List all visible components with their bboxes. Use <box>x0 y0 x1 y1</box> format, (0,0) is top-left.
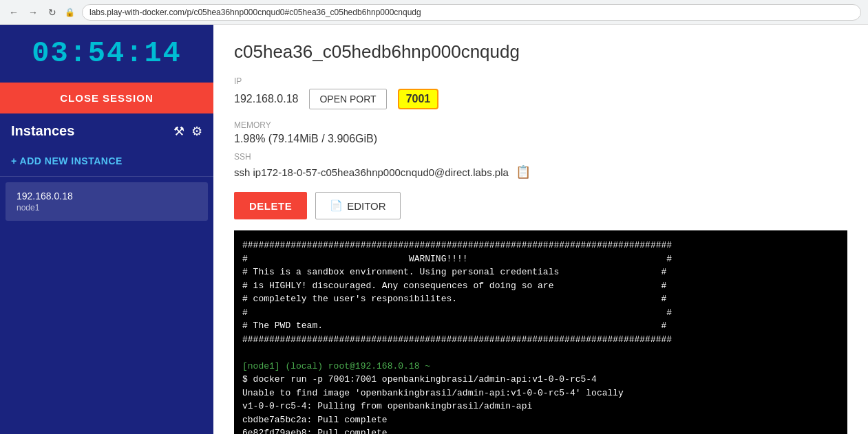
terminal-line: ########################################… <box>242 333 839 347</box>
ssh-label: SSH <box>234 152 847 162</box>
terminal-line: v1-0-0-rc5-4: Pulling from openbankingbr… <box>242 400 839 413</box>
ip-value: 192.168.0.18 <box>234 93 298 105</box>
wrench-icon-button[interactable]: ⚒ <box>173 124 184 139</box>
memory-label: Memory <box>234 120 847 130</box>
open-port-button[interactable]: OPEN PORT <box>309 89 386 109</box>
forward-button[interactable]: → <box>26 6 40 19</box>
delete-button[interactable]: DELETE <box>234 192 307 219</box>
terminal-line: Unable to find image 'openbankingbrasil/… <box>242 387 839 400</box>
ip-section: IP 192.168.0.18 OPEN PORT 7001 <box>234 76 847 109</box>
instance-name: node1 <box>17 203 197 213</box>
terminal[interactable]: ########################################… <box>234 230 847 434</box>
file-icon: 📄 <box>330 199 343 212</box>
terminal-prompt-line: [node1] (local) root@192.168.0.18 ~ <box>242 360 839 373</box>
editor-button[interactable]: 📄 EDITOR <box>315 192 400 219</box>
address-bar[interactable] <box>82 4 861 21</box>
instances-label: Instances <box>11 123 74 139</box>
terminal-line: 6e82fd79aeb8: Pull complete <box>242 426 839 434</box>
ssh-value: ssh ip172-18-0-57-c05hea36hnp000cnqud0@d… <box>234 166 509 178</box>
instances-icons: ⚒ ⚙ <box>173 124 202 139</box>
memory-section: Memory 1.98% (79.14MiB / 3.906GiB) <box>234 120 847 145</box>
lock-icon: 🔒 <box>65 8 75 17</box>
ip-row: 192.168.0.18 OPEN PORT 7001 <box>234 89 847 109</box>
main-content: c05hea36_c05hedb6hnp000cnqudg IP 192.168… <box>213 25 868 434</box>
ssh-row: ssh ip172-18-0-57-c05hea36hnp000cnqud0@d… <box>234 164 847 180</box>
browser-chrome: ← → ↻ 🔒 <box>0 0 868 25</box>
instances-header: Instances ⚒ ⚙ <box>0 113 213 149</box>
instance-item[interactable]: 192.168.0.18 node1 <box>6 182 208 221</box>
back-button[interactable]: ← <box>7 6 21 19</box>
terminal-line: $ docker run -p 7001:7001 openbankingbra… <box>242 373 839 387</box>
close-session-button[interactable]: CLOSE SESSION <box>0 83 213 113</box>
ssh-section: SSH ssh ip172-18-0-57-c05hea36hnp000cnqu… <box>234 152 847 180</box>
terminal-line: # is HIGHLY! discouraged. Any consequenc… <box>242 279 839 293</box>
port-badge[interactable]: 7001 <box>398 89 439 109</box>
terminal-line: # completely the user's responsibilites.… <box>242 292 839 306</box>
terminal-line: # WARNING!!!! # <box>242 252 839 266</box>
terminal-line: ########################################… <box>242 239 839 252</box>
editor-label: EDITOR <box>347 200 385 212</box>
ip-label: IP <box>234 76 847 86</box>
action-row: DELETE 📄 EDITOR <box>234 192 847 219</box>
terminal-line: # This is a sandbox environment. Using p… <box>242 265 839 279</box>
timer-display: 03:54:14 <box>32 37 182 70</box>
page-title: c05hea36_c05hedb6hnp000cnqudg <box>234 41 847 63</box>
timer-section: 03:54:14 <box>0 25 213 83</box>
terminal-line: cbdbe7a5bc2a: Pull complete <box>242 413 839 427</box>
sidebar: 03:54:14 CLOSE SESSION Instances ⚒ ⚙ + A… <box>0 25 213 434</box>
terminal-line <box>242 346 839 360</box>
terminal-line: # # <box>242 306 839 320</box>
gear-icon-button[interactable]: ⚙ <box>191 124 202 139</box>
main-layout: 03:54:14 CLOSE SESSION Instances ⚒ ⚙ + A… <box>0 25 868 434</box>
terminal-line: # The PWD team. # <box>242 319 839 333</box>
reload-button[interactable]: ↻ <box>45 6 59 19</box>
memory-value: 1.98% (79.14MiB / 3.906GiB) <box>234 133 847 145</box>
add-new-instance-button[interactable]: + ADD NEW INSTANCE <box>0 149 213 173</box>
copy-button[interactable]: 📋 <box>516 164 531 180</box>
instance-ip: 192.168.0.18 <box>17 191 197 202</box>
divider <box>0 176 213 177</box>
